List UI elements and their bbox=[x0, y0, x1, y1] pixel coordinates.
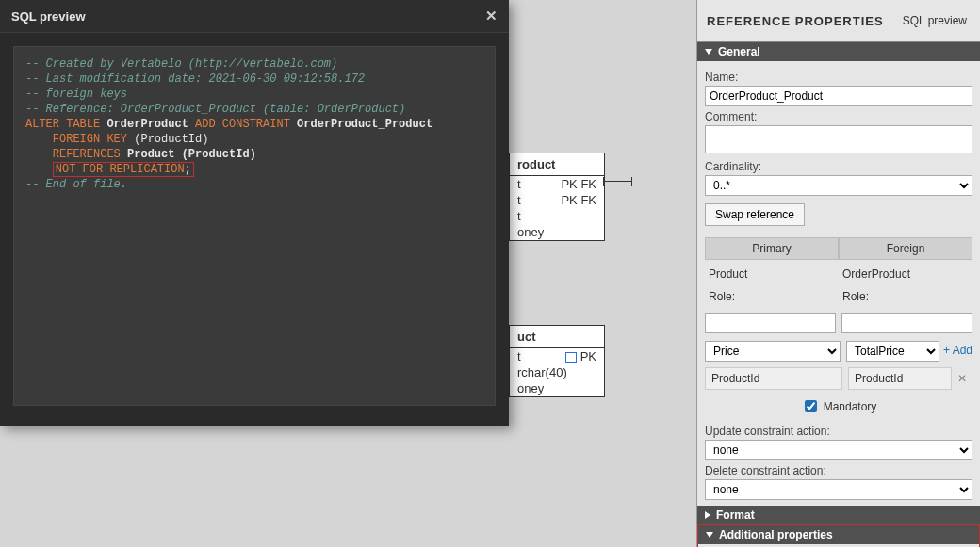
comment-textarea[interactable] bbox=[705, 125, 972, 153]
table-row: t bbox=[510, 208, 604, 224]
pk-icon bbox=[565, 352, 577, 363]
column-header-foreign: Foreign bbox=[839, 237, 972, 260]
add-column-link[interactable]: + Add bbox=[939, 344, 972, 357]
er-table-title: uct bbox=[510, 326, 604, 348]
table-row: t PK FK bbox=[510, 176, 604, 192]
foreign-table-name: OrderProduct bbox=[839, 265, 972, 282]
reference-properties-panel: REFERENCE PROPERTIES SQL preview General… bbox=[696, 0, 980, 547]
sql-modal-title: SQL preview bbox=[11, 9, 86, 24]
close-icon[interactable]: ✕ bbox=[485, 8, 498, 24]
sql-preview-button[interactable]: SQL preview bbox=[899, 12, 971, 29]
label-cardinality: Cardinality: bbox=[705, 160, 972, 173]
remove-column-icon[interactable]: ✕ bbox=[952, 372, 972, 385]
primary-column-name: ProductId bbox=[705, 367, 842, 390]
section-general: Name: Comment: Cardinality: 0..* Swap re… bbox=[697, 61, 980, 506]
panel-title: REFERENCE PROPERTIES bbox=[707, 14, 884, 28]
delete-action-select[interactable]: none bbox=[705, 479, 972, 500]
sql-preview-modal: SQL preview ✕ -- Created by Vertabelo (h… bbox=[0, 0, 509, 426]
table-row: oney bbox=[510, 224, 604, 240]
chevron-down-icon bbox=[706, 532, 713, 538]
primary-table-name: Product bbox=[705, 265, 839, 282]
foreign-column-name: ProductId bbox=[848, 367, 952, 390]
section-header-format[interactable]: Format bbox=[697, 506, 980, 524]
primary-column-select[interactable]: Price bbox=[705, 341, 841, 362]
er-table-orderproduct[interactable]: roduct t PK FK t PK FK t oney bbox=[509, 153, 605, 241]
foreign-column-select[interactable]: TotalPrice bbox=[846, 341, 939, 362]
sql-code[interactable]: -- Created by Vertabelo (http://vertabel… bbox=[13, 46, 496, 406]
section-header-additional[interactable]: Additional properties bbox=[698, 525, 979, 544]
label-mandatory: Mandatory bbox=[824, 400, 877, 413]
label-update-action: Update constraint action: bbox=[705, 425, 972, 438]
label-role-primary: Role: bbox=[705, 288, 839, 305]
label-role-foreign: Role: bbox=[839, 288, 972, 305]
foreign-role-input[interactable] bbox=[841, 313, 972, 333]
column-header-primary: Primary bbox=[705, 237, 839, 260]
cardinality-select[interactable]: 0..* bbox=[705, 175, 972, 196]
table-row: t PK bbox=[510, 348, 604, 364]
update-action-select[interactable]: none bbox=[705, 440, 972, 460]
chevron-down-icon bbox=[705, 49, 712, 55]
primary-role-input[interactable] bbox=[705, 313, 836, 333]
name-input[interactable] bbox=[705, 86, 972, 106]
table-row: t PK FK bbox=[510, 192, 604, 208]
table-row: rchar(40) bbox=[510, 364, 604, 380]
table-row: oney bbox=[510, 380, 604, 396]
er-relation-connector bbox=[603, 181, 631, 182]
chevron-right-icon bbox=[705, 511, 710, 519]
er-table-title: roduct bbox=[510, 153, 604, 176]
section-additional-wrapper: Additional properties Not for replicatio… bbox=[697, 524, 980, 547]
highlighted-sql: NOT FOR REPLICATION; bbox=[53, 162, 194, 177]
swap-reference-button[interactable]: Swap reference bbox=[705, 203, 805, 226]
er-table-product[interactable]: uct t PK rchar(40) oney bbox=[509, 325, 605, 397]
section-header-general[interactable]: General bbox=[697, 42, 980, 61]
label-name: Name: bbox=[705, 71, 972, 84]
label-comment: Comment: bbox=[705, 110, 972, 123]
mandatory-checkbox[interactable] bbox=[805, 400, 817, 412]
label-delete-action: Delete constraint action: bbox=[705, 464, 972, 477]
